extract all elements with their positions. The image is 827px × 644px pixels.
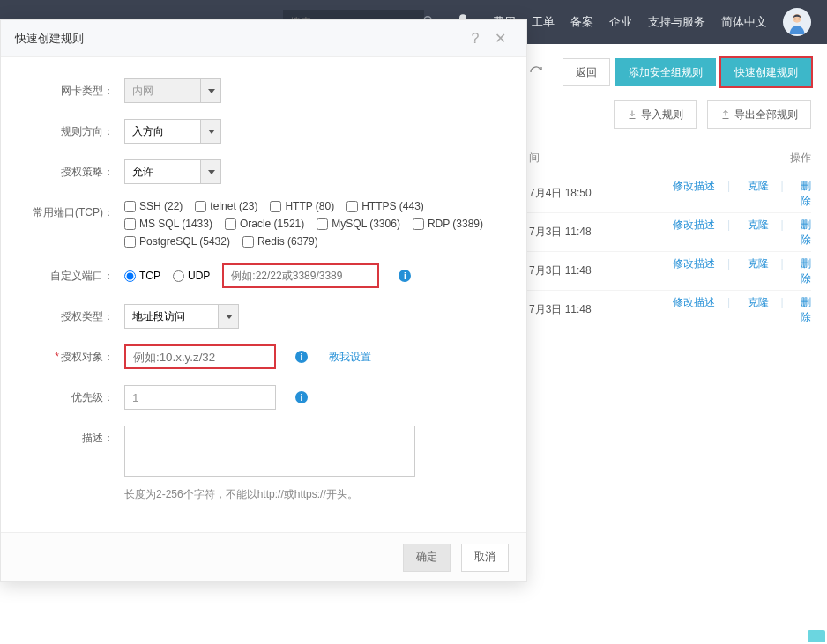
common-ports-label: 常用端口(TCP)： [1, 200, 124, 225]
modify-desc-link[interactable]: 修改描述 [673, 180, 715, 192]
policy-select[interactable]: 允许 [124, 159, 221, 184]
modal-footer: 确定 取消 [1, 532, 526, 581]
modify-desc-link[interactable]: 修改描述 [673, 257, 715, 270]
info-icon[interactable]: i [295, 391, 308, 403]
close-icon[interactable]: ✕ [488, 30, 512, 47]
nic-type-select[interactable]: 内网 [124, 78, 221, 103]
port-postgresql[interactable]: PostgreSQL (5432) [124, 235, 230, 248]
refresh-icon[interactable] [524, 60, 548, 85]
nic-type-label: 网卡类型： [1, 78, 124, 103]
port-rdp[interactable]: RDP (3389) [413, 218, 483, 230]
priority-label: 优先级： [1, 385, 124, 410]
export-rules-label: 导出全部规则 [734, 107, 798, 122]
import-rules-label: 导入规则 [641, 107, 683, 122]
modal-header: 快速创建规则 ? ✕ [1, 20, 526, 57]
port-https[interactable]: HTTPS (443) [346, 200, 424, 212]
auth-object-input[interactable] [124, 344, 276, 369]
description-label: 描述： [1, 426, 124, 450]
port-mysql[interactable]: MySQL (3306) [317, 218, 400, 230]
clone-link[interactable]: 克隆 [748, 218, 769, 231]
cancel-button[interactable]: 取消 [461, 544, 509, 572]
help-icon[interactable]: ? [463, 31, 488, 47]
add-sg-rule-button[interactable]: 添加安全组规则 [615, 58, 716, 86]
avatar[interactable] [783, 8, 811, 36]
delete-link[interactable]: 删除 [801, 180, 811, 207]
col-ops-header: 操作 [540, 151, 811, 166]
row-time: 7月4日 18:50 [529, 186, 652, 201]
port-telnet[interactable]: telnet (23) [195, 200, 257, 212]
proto-tcp[interactable]: TCP [124, 270, 160, 282]
port-http[interactable]: HTTP (80) [270, 200, 334, 212]
floating-badge [808, 630, 825, 642]
port-oracle[interactable]: Oracle (1521) [225, 218, 304, 230]
chevron-down-icon [208, 170, 215, 174]
port-ssh[interactable]: SSH (22) [124, 200, 183, 212]
row-time: 7月3日 11:48 [529, 263, 652, 278]
direction-select[interactable]: 入方向 [124, 119, 221, 144]
nav-support[interactable]: 支持与服务 [648, 14, 705, 30]
modal-title: 快速创建规则 [15, 31, 463, 47]
row-time: 7月3日 11:48 [529, 302, 652, 317]
nav-enterprise[interactable]: 企业 [609, 14, 632, 30]
import-rules-button[interactable]: 导入规则 [614, 100, 697, 129]
port-mssql[interactable]: MS SQL (1433) [124, 218, 212, 230]
modify-desc-link[interactable]: 修改描述 [673, 218, 715, 231]
direction-label: 规则方向： [1, 119, 124, 144]
custom-port-label: 自定义端口： [1, 263, 124, 288]
confirm-button[interactable]: 确定 [403, 544, 451, 572]
back-button[interactable]: 返回 [563, 58, 610, 86]
chevron-down-icon [208, 89, 215, 93]
delete-link[interactable]: 删除 [801, 257, 811, 285]
description-textarea[interactable] [124, 426, 415, 477]
auth-type-label: 授权类型： [1, 304, 124, 329]
chevron-down-icon [226, 315, 233, 319]
nav-ticket[interactable]: 工单 [532, 14, 555, 30]
modal-body: 网卡类型： 内网 规则方向： 入方向 授权策略： 允许 常用端口(TCP)： S… [1, 57, 526, 532]
chevron-down-icon [208, 130, 215, 134]
info-icon[interactable]: i [399, 270, 411, 282]
custom-port-input[interactable] [222, 263, 379, 288]
proto-udp[interactable]: UDP [173, 270, 210, 282]
clone-link[interactable]: 克隆 [748, 180, 769, 192]
delete-link[interactable]: 删除 [801, 218, 811, 246]
description-hint: 长度为2-256个字符，不能以http://或https://开头。 [124, 487, 358, 502]
quick-create-highlight: 快速创建规则 [721, 58, 811, 86]
quick-create-button[interactable]: 快速创建规则 [721, 58, 811, 86]
row-time: 7月3日 11:48 [529, 225, 652, 240]
teach-me-link[interactable]: 教我设置 [329, 350, 371, 365]
clone-link[interactable]: 克隆 [748, 296, 769, 308]
nav-beian[interactable]: 备案 [570, 14, 593, 30]
delete-link[interactable]: 删除 [801, 296, 811, 323]
modify-desc-link[interactable]: 修改描述 [673, 296, 715, 308]
export-rules-button[interactable]: 导出全部规则 [707, 100, 811, 129]
auth-type-select[interactable]: 地址段访问 [124, 304, 239, 329]
quick-create-modal: 快速创建规则 ? ✕ 网卡类型： 内网 规则方向： 入方向 授权策略： 允许 常… [0, 19, 527, 582]
svg-point-4 [798, 19, 799, 19]
policy-label: 授权策略： [1, 159, 124, 184]
auth-object-label: *授权对象： [1, 344, 124, 369]
priority-input[interactable] [124, 385, 276, 410]
nav-language[interactable]: 简体中文 [721, 14, 767, 30]
clone-link[interactable]: 克隆 [748, 257, 769, 270]
port-redis[interactable]: Redis (6379) [242, 235, 318, 248]
svg-point-3 [794, 19, 795, 19]
info-icon[interactable]: i [295, 351, 308, 363]
